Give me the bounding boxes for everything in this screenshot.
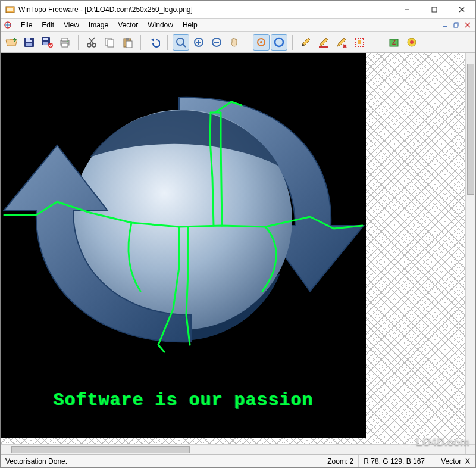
svg-rect-17 (30, 38, 32, 40)
vector-toggle-icon (273, 36, 285, 48)
menu-image[interactable]: Image (84, 20, 113, 30)
mdi-child-icon (3, 20, 12, 30)
edit-vector-button[interactable] (315, 34, 332, 51)
image-graphic (1, 53, 366, 438)
horizontal-scroll-thumb[interactable] (11, 446, 190, 453)
undo-button[interactable] (146, 34, 162, 51)
status-message: Vectorisation Done. (1, 455, 322, 467)
svg-rect-20 (43, 42, 48, 45)
menu-file[interactable]: File (16, 20, 37, 30)
svg-point-25 (67, 41, 68, 42)
window-title: WinTopo Freeware - [D:\LO4D.com\250x250_… (18, 5, 393, 14)
svg-point-44 (275, 38, 283, 46)
print-button[interactable] (57, 34, 73, 51)
menu-edit[interactable]: Edit (37, 20, 59, 30)
vector-show-button[interactable] (253, 34, 270, 51)
select-area-icon (353, 36, 365, 48)
print-icon (59, 36, 71, 48)
vector-show-icon (255, 36, 267, 48)
copy-button[interactable] (101, 34, 118, 51)
paste-button[interactable] (119, 34, 136, 51)
zoom-in-icon (193, 36, 205, 48)
horizontal-scrollbar[interactable] (1, 445, 465, 454)
workspace: Software is our passion (1, 53, 475, 444)
plugin-b-button[interactable] (403, 34, 420, 51)
cut-button[interactable] (83, 34, 100, 51)
save-button[interactable] (21, 34, 37, 51)
zoom-value: 2 (350, 457, 354, 466)
vertical-scrollbar[interactable] (465, 53, 475, 444)
save-as-icon (40, 36, 54, 49)
select-area-button[interactable] (351, 34, 368, 51)
svg-rect-24 (62, 43, 68, 47)
image-canvas[interactable]: Software is our passion (1, 53, 366, 438)
paste-icon (121, 36, 133, 48)
titlebar: WinTopo Freeware - [D:\LO4D.com\250x250_… (1, 1, 475, 18)
undo-icon (148, 36, 160, 48)
close-button[interactable] (448, 1, 475, 18)
plugin-a-icon: Z (388, 36, 400, 48)
save-icon (23, 36, 35, 48)
mdi-minimize-button[interactable] (440, 20, 450, 30)
minimize-button[interactable] (393, 1, 421, 18)
zoom-area-button[interactable] (173, 34, 189, 51)
svg-rect-23 (62, 38, 68, 41)
toolbar: Z (1, 32, 475, 53)
vector-coord: X (465, 457, 470, 466)
plugin-b-icon (406, 36, 418, 48)
pan-button[interactable] (226, 34, 243, 51)
svg-rect-1 (7, 8, 13, 11)
svg-rect-34 (126, 41, 132, 48)
status-zoom: Zoom: 2 (322, 455, 359, 467)
svg-rect-11 (454, 24, 458, 27)
pan-icon (228, 36, 240, 48)
copy-icon (104, 36, 115, 48)
edit-vector-icon (318, 36, 330, 48)
tidy-vector-icon (336, 36, 347, 48)
status-vector: Vector X (436, 455, 475, 467)
status-rgb: R 78, G 129, B 167 (359, 455, 436, 467)
menu-vector[interactable]: Vector (113, 20, 143, 30)
save-as-button[interactable] (39, 34, 55, 51)
vertical-scroll-thumb[interactable] (467, 64, 474, 195)
menu-window[interactable]: Window (143, 20, 178, 30)
maximize-button[interactable] (421, 1, 448, 18)
svg-point-43 (260, 41, 262, 43)
svg-rect-47 (358, 40, 361, 44)
content-area: Software is our passion (1, 53, 465, 444)
pencil-icon (300, 36, 312, 48)
cut-icon (86, 36, 98, 48)
zoom-out-button[interactable] (208, 34, 225, 51)
mdi-restore-button[interactable] (451, 20, 462, 30)
svg-rect-19 (43, 38, 48, 40)
plugin-a-button[interactable]: Z (386, 34, 402, 51)
zoom-out-icon (211, 36, 223, 48)
menu-view[interactable]: View (59, 20, 84, 30)
open-folder-icon (5, 36, 18, 49)
mdi-close-button[interactable] (462, 20, 473, 30)
menubar: File Edit View Image Vector Window Help (1, 18, 475, 32)
statusbar: Vectorisation Done. Zoom: 2 R 78, G 129,… (1, 454, 475, 467)
svg-line-36 (183, 44, 186, 47)
open-button[interactable] (3, 34, 20, 51)
svg-point-51 (410, 40, 414, 44)
vector-label: Vector (441, 457, 461, 466)
vector-toggle-button[interactable] (271, 34, 287, 51)
svg-rect-33 (126, 38, 129, 40)
pencil-button[interactable] (298, 34, 314, 51)
svg-rect-16 (26, 43, 32, 46)
menu-help[interactable]: Help (178, 20, 202, 30)
svg-text:Z: Z (392, 39, 396, 46)
zoom-area-icon (175, 36, 187, 48)
scroll-corner (465, 445, 475, 454)
svg-rect-3 (432, 7, 437, 12)
zoom-label: Zoom: (327, 457, 347, 466)
zoom-in-button[interactable] (190, 34, 207, 51)
image-caption: Software is our passion (1, 390, 366, 410)
tidy-vector-button[interactable] (333, 34, 350, 51)
svg-rect-31 (108, 40, 114, 47)
app-icon (5, 5, 15, 14)
